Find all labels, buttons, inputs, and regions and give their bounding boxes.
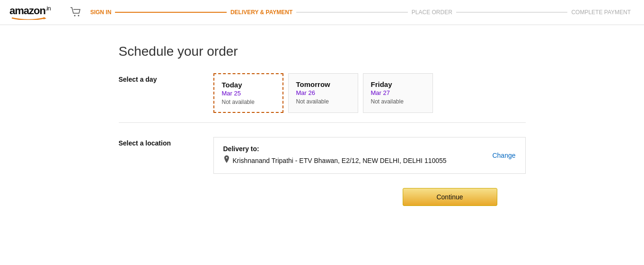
logo-area: amazon.in [9, 5, 51, 20]
step-sign-in: SIGN IN [87, 9, 115, 16]
main-content: Schedule your order Select a day Today M… [109, 44, 535, 206]
address-text: Krishnanand Tripathi - ETV Bhawan, E2/12… [233, 157, 447, 164]
day-avail-today: Not available [222, 99, 275, 105]
day-date-friday: Mar 27 [371, 89, 425, 96]
day-name-tomorrow: Tomorrow [296, 80, 350, 88]
delivery-address: Krishnanand Tripathi - ETV Bhawan, E2/12… [223, 155, 483, 166]
footer-actions: Continue [119, 188, 526, 206]
continue-button[interactable]: Continue [403, 188, 497, 206]
change-location-link[interactable]: Change [483, 152, 515, 159]
step-delivery-payment: DELIVERY & PAYMENT [227, 9, 296, 16]
progress-steps: SIGN IN DELIVERY & PAYMENT PLACE ORDER C… [87, 9, 635, 16]
logo: amazon.in [9, 5, 51, 17]
select-day-section: Select a day Today Mar 25 Not available … [119, 73, 526, 123]
select-day-label: Select a day [119, 73, 213, 83]
step-line-2 [296, 12, 408, 13]
day-name-today: Today [222, 81, 275, 89]
header: amazon.in SIGN IN DELIVERY & PAYMENT PLA… [0, 0, 644, 25]
svg-point-2 [78, 15, 79, 16]
day-name-friday: Friday [371, 80, 425, 88]
day-avail-tomorrow: Not available [296, 98, 350, 105]
cart-icon [70, 7, 82, 18]
day-card-tomorrow[interactable]: Tomorrow Mar 26 Not available [288, 73, 358, 113]
step-line-1 [115, 12, 227, 13]
location-box: Delivery to: Krishnanand Tripathi - ETV … [213, 137, 526, 174]
page-title: Schedule your order [119, 44, 526, 59]
select-location-section: Select a location Delivery to: Krishnana… [119, 137, 526, 174]
select-location-label: Select a location [119, 137, 213, 147]
day-date-tomorrow: Mar 26 [296, 89, 350, 96]
day-avail-friday: Not available [371, 98, 425, 105]
day-card-today[interactable]: Today Mar 25 Not available [213, 73, 283, 113]
progress-bar-area: SIGN IN DELIVERY & PAYMENT PLACE ORDER C… [65, 7, 635, 18]
delivery-to-label: Delivery to: [223, 145, 483, 153]
step-place-order: PLACE ORDER [408, 9, 456, 16]
day-date-today: Mar 25 [222, 90, 275, 97]
location-pin-icon [223, 155, 230, 166]
svg-marker-0 [44, 17, 46, 19]
day-options: Today Mar 25 Not available Tomorrow Mar … [213, 73, 433, 113]
day-card-friday[interactable]: Friday Mar 27 Not available [363, 73, 433, 113]
svg-point-1 [74, 15, 75, 16]
step-line-3 [456, 12, 568, 13]
step-complete-payment: COMPLETE PAYMENT [567, 9, 635, 16]
